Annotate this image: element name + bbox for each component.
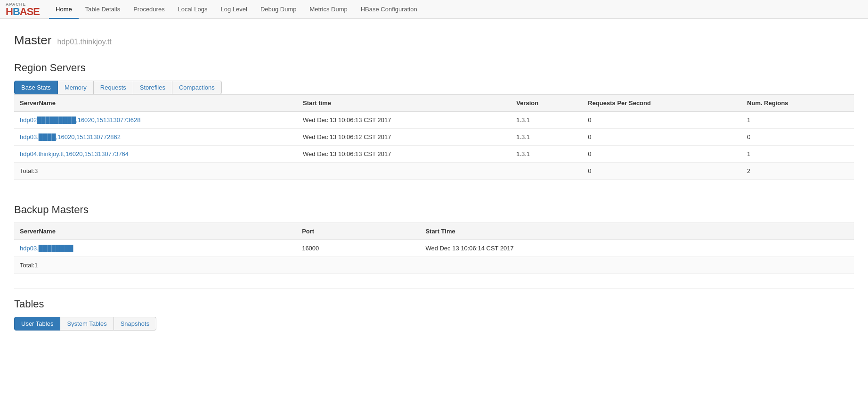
bm-total-port [296,257,420,274]
rs-total-row: Total:302 [14,163,854,180]
rs-total-rps: 0 [582,163,741,180]
rs-col-header: Start time [297,95,511,112]
tables-title: Tables [14,298,854,310]
master-title-section: Master hdp01.thinkjoy.tt [14,33,854,48]
tables-tabs: User TablesSystem TablesSnapshots [14,317,854,331]
backup-masters-title: Backup Masters [14,204,854,216]
rs-total-start [297,163,511,180]
rs-version: 1.3.1 [511,146,582,163]
nav-link-metrics-dump[interactable]: Metrics Dump [303,0,354,19]
master-label: Master [14,33,51,48]
table-row: hdp03.████████16000Wed Dec 13 10:06:14 C… [14,240,854,257]
rs-col-header: ServerName [14,95,297,112]
rs-tab-storefiles[interactable]: Storefiles [133,81,172,94]
server-link[interactable]: hdp04.thinkjoy.tt,16020,1513130773764 [20,150,129,157]
rs-col-header: Version [511,95,582,112]
rs-server-name: hdp04.thinkjoy.tt,16020,1513130773764 [14,146,297,163]
region-servers-title: Region Servers [14,62,854,74]
server-link[interactable]: hdp03.████,16020,1513130772862 [20,133,121,141]
rs-tab-requests[interactable]: Requests [93,81,133,94]
rs-rps: 0 [582,112,741,129]
bm-total-row: Total:1 [14,257,854,274]
rs-table-header: ServerNameStart timeVersionRequests Per … [14,95,854,112]
backup-masters-table: ServerNamePortStart Time hdp03.████████1… [14,223,854,274]
tables-tab-user-tables[interactable]: User Tables [14,317,60,331]
nav-link-hbase-configuration[interactable]: HBase Configuration [354,0,424,19]
rs-version: 1.3.1 [511,129,582,146]
logo: APACHE HBASE [6,2,40,17]
divider-1 [14,194,854,194]
nav-link-home[interactable]: Home [49,0,79,19]
tables-tab-system-tables[interactable]: System Tables [60,317,114,331]
table-row: hdp02█████████,16020,1513130773628Wed De… [14,112,854,129]
rs-col-header: Requests Per Second [582,95,741,112]
bm-table-body: hdp03.████████16000Wed Dec 13 10:06:14 C… [14,240,854,274]
rs-server-name: hdp03.████,16020,1513130772862 [14,129,297,146]
bm-total-label: Total:1 [14,257,296,274]
tables-tab-snapshots[interactable]: Snapshots [114,317,156,331]
rs-server-name: hdp02█████████,16020,1513130773628 [14,112,297,129]
bm-col-header: Port [296,223,420,240]
bm-server-link[interactable]: hdp03.████████ [20,245,73,252]
rs-total-version [511,163,582,180]
bm-total-start [420,257,854,274]
nav-link-debug-dump[interactable]: Debug Dump [254,0,303,19]
rs-num-regions: 0 [741,129,854,146]
bm-col-header: ServerName [14,223,296,240]
bm-col-header: Start Time [420,223,854,240]
rs-num-regions: 1 [741,146,854,163]
rs-tab-base-stats[interactable]: Base Stats [14,81,58,94]
table-row: hdp03.████,16020,1513130772862Wed Dec 13… [14,129,854,146]
nav-link-procedures[interactable]: Procedures [127,0,171,19]
logo-hbase-text: HBASE [6,6,40,17]
rs-start-time: Wed Dec 13 10:06:13 CST 2017 [297,146,511,163]
region-servers-table: ServerNameStart timeVersionRequests Per … [14,94,854,180]
rs-table-body: hdp02█████████,16020,1513130773628Wed De… [14,112,854,180]
bm-table-header: ServerNamePortStart Time [14,223,854,240]
main-content: Master hdp01.thinkjoy.tt Region Servers … [0,19,868,354]
master-hostname: hdp01.thinkjoy.tt [57,38,111,46]
backup-masters-section: Backup Masters ServerNamePortStart Time … [14,204,854,274]
bm-server-name: hdp03.████████ [14,240,296,257]
region-servers-section: Region Servers Base StatsMemoryRequestsS… [14,62,854,180]
rs-num-regions: 1 [741,112,854,129]
nav-link-table-details[interactable]: Table Details [79,0,127,19]
rs-col-header: Num. Regions [741,95,854,112]
table-row: hdp04.thinkjoy.tt,16020,1513130773764Wed… [14,146,854,163]
rs-tab-compactions[interactable]: Compactions [172,81,222,94]
rs-start-time: Wed Dec 13 10:06:12 CST 2017 [297,129,511,146]
rs-tab-memory[interactable]: Memory [57,81,94,94]
bm-start-time: Wed Dec 13 10:06:14 CST 2017 [420,240,854,257]
divider-2 [14,288,854,289]
server-link[interactable]: hdp02█████████,16020,1513130773628 [20,116,140,124]
rs-rps: 0 [582,146,741,163]
rs-rps: 0 [582,129,741,146]
rs-total-regions: 2 [741,163,854,180]
bm-port: 16000 [296,240,420,257]
region-servers-tabs: Base StatsMemoryRequestsStorefilesCompac… [14,81,854,94]
tables-section: Tables User TablesSystem TablesSnapshots [14,298,854,331]
nav-link-local-logs[interactable]: Local Logs [171,0,214,19]
rs-start-time: Wed Dec 13 10:06:13 CST 2017 [297,112,511,129]
navbar: APACHE HBASE HomeTable DetailsProcedures… [0,0,868,19]
rs-total-label: Total:3 [14,163,297,180]
rs-version: 1.3.1 [511,112,582,129]
nav-link-log-level[interactable]: Log Level [214,0,254,19]
nav-links: HomeTable DetailsProceduresLocal LogsLog… [49,0,424,19]
